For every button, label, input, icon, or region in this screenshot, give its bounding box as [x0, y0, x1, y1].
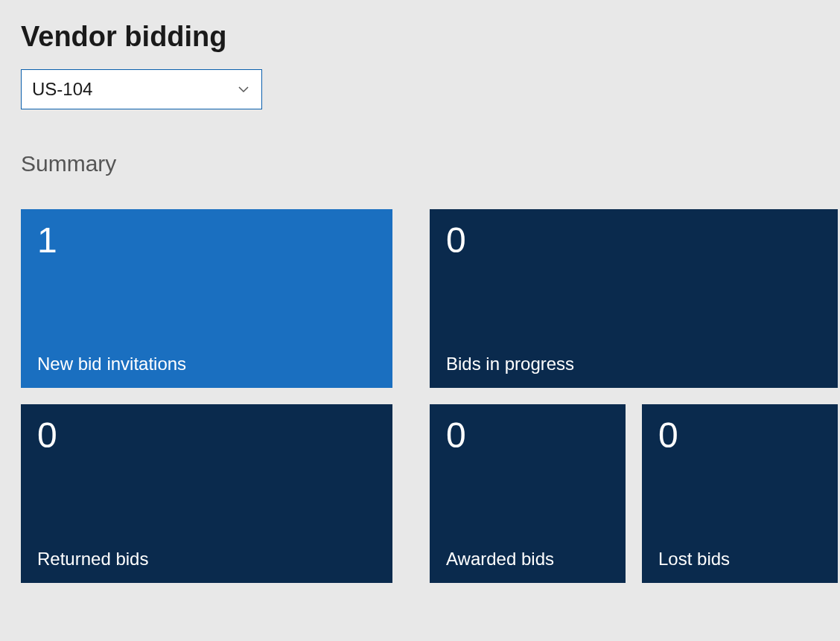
tile-returned-bids[interactable]: 0 Returned bids — [21, 404, 392, 583]
page-title: Vendor bidding — [21, 21, 819, 53]
tile-count: 0 — [446, 223, 821, 258]
tile-lost-bids[interactable]: 0 Lost bids — [642, 404, 838, 583]
tile-count: 0 — [658, 418, 821, 453]
tile-label: Lost bids — [658, 549, 821, 570]
vendor-select-dropdown[interactable]: US-104 — [21, 69, 262, 109]
tile-count: 0 — [37, 418, 376, 453]
tile-awarded-bids[interactable]: 0 Awarded bids — [430, 404, 626, 583]
dropdown-selected-value: US-104 — [32, 79, 92, 100]
tile-new-bid-invitations[interactable]: 1 New bid invitations — [21, 209, 392, 388]
chevron-down-icon — [236, 82, 251, 97]
tile-label: Returned bids — [37, 549, 376, 570]
summary-tiles-grid: 1 New bid invitations 0 Bids in progress… — [21, 209, 819, 583]
tile-count: 1 — [37, 223, 376, 258]
tile-label: New bid invitations — [37, 354, 376, 374]
tile-label: Awarded bids — [446, 549, 609, 570]
summary-heading: Summary — [21, 151, 819, 176]
tile-bids-in-progress[interactable]: 0 Bids in progress — [430, 209, 838, 388]
tile-count: 0 — [446, 418, 609, 453]
tile-label: Bids in progress — [446, 354, 821, 374]
